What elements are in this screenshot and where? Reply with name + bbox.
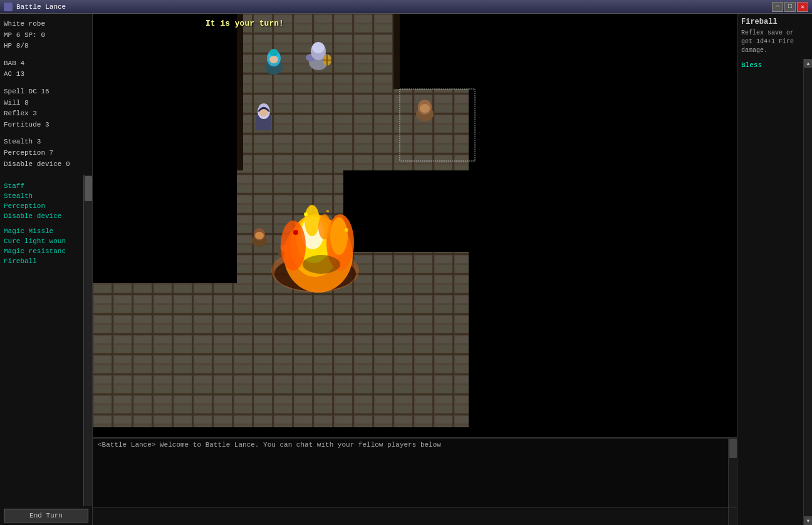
action-scrollbar[interactable] [83,175,92,506]
chat-log: <Battle Lance> Welcome to Battle Lance. … [93,439,737,507]
svg-point-52 [318,214,331,239]
svg-rect-14 [393,14,400,89]
spell-scroll-down-button[interactable]: ▼ [804,516,812,525]
action-list-section: Staff Stealth Perception Disable device … [0,175,92,506]
spell-magic-resistance[interactable]: Magic resistanc [0,246,92,256]
chat-scroll-thumb [729,439,737,458]
char-fortitude: Fortitude 3 [4,120,88,131]
action-scroll-thumb [85,176,92,201]
char-reflex: Reflex 3 [4,108,88,120]
character-stats: White robe MP 6 SP: 0 HP 8/8 BAB 4 AC 13… [0,14,92,175]
char-bab: BAB 4 [4,58,88,70]
action-stealth[interactable]: Stealth [0,191,92,201]
character-robe[interactable] [252,101,275,130]
spell-fireball[interactable]: Fireball [0,256,92,266]
action-perception[interactable]: Perception [0,201,92,211]
spell-list: Bless [737,59,812,525]
action-staff[interactable]: Staff [0,181,92,191]
spell-magic-missle[interactable]: Magic Missle [0,226,92,236]
game-viewport[interactable]: It is your turn! [93,14,737,525]
selected-spell-desc: Reflex save or get 1d4+1 Fire damage. [741,29,808,55]
svg-point-50 [281,221,306,271]
dungeon-svg [93,14,737,437]
warrior-sprite [306,40,331,71]
selected-spell-name: Fireball [741,18,808,26]
minimize-button[interactable]: ─ [772,2,783,12]
fire-svg [265,195,378,296]
svg-rect-7 [237,14,400,170]
spell-info: Fireball Reflex save or get 1d4+1 Fire d… [737,14,812,59]
chat-scrollbar[interactable] [728,439,737,507]
enemy-right-sprite [412,98,437,123]
svg-rect-12 [343,311,469,427]
character-archer[interactable] [262,48,286,76]
spell-scrollbar[interactable]: ▲ ▼ [803,59,812,525]
spell-scroll-track [804,68,812,516]
svg-point-53 [304,212,308,216]
window-title: Battle Lance [16,3,66,11]
dungeon-map[interactable]: It is your turn! [93,14,737,437]
svg-point-26 [312,42,325,53]
char-perception: Perception 7 [4,148,88,159]
end-turn-button[interactable]: End Turn [4,509,88,522]
right-panel: Fireball Reflex save or get 1d4+1 Fire d… [737,14,812,525]
chat-input-scrollbar [728,508,737,525]
char-will: Will 8 [4,98,88,109]
svg-point-41 [420,104,430,113]
main-layout: White robe MP 6 SP: 0 HP 8/8 BAB 4 AC 13… [0,14,812,525]
svg-point-57 [303,255,340,274]
svg-rect-13 [237,14,243,170]
maximize-button[interactable]: □ [784,2,796,12]
svg-point-49 [330,217,348,255]
svg-point-32 [259,109,268,117]
fire-effect [265,195,340,258]
char-stealth: Stealth 3 [4,137,88,148]
svg-point-56 [345,228,348,232]
archer-sprite [262,48,286,76]
titlebar-left: Battle Lance [4,3,66,11]
active-spell-bless[interactable]: Bless [737,60,812,70]
char-ac: AC 13 [4,69,88,80]
spell-cure-light-wounds[interactable]: Cure light woun [0,236,92,246]
position-marker [293,230,298,235]
titlebar-buttons: ─ □ ✕ [772,2,808,12]
char-mp-sp: MP 6 SP: 0 [4,30,88,41]
character-warrior[interactable] [306,40,331,71]
svg-rect-11 [93,283,343,427]
action-disable-device[interactable]: Disable device [0,211,92,221]
svg-point-55 [295,222,298,225]
left-panel: White robe MP 6 SP: 0 HP 8/8 BAB 4 AC 13… [0,14,93,525]
chat-input[interactable] [93,508,728,525]
char-spell-dc: Spell DC 16 [4,86,88,98]
svg-point-21 [269,56,278,63]
svg-point-35 [255,232,264,239]
spell-scroll-up-button[interactable]: ▲ [804,59,812,68]
app-icon [4,3,13,11]
svg-rect-15 [237,164,243,170]
close-button[interactable]: ✕ [797,2,808,12]
character-enemy-right[interactable] [412,98,437,123]
chat-input-row [93,507,737,525]
char-hp: HP 8/8 [4,41,88,52]
spell-list-section: Bless ▲ ▼ [737,59,812,525]
titlebar: Battle Lance ─ □ ✕ [0,0,812,14]
char-name: White robe [4,19,88,30]
svg-point-51 [304,205,320,236]
robe-sprite [252,101,275,130]
svg-point-20 [269,49,278,56]
chat-message: <Battle Lance> Welcome to Battle Lance. … [98,441,732,449]
svg-point-54 [326,210,329,212]
char-disable-device: Disable device 0 [4,159,88,170]
chat-panel: <Battle Lance> Welcome to Battle Lance. … [93,437,737,525]
action-list: Staff Stealth Perception Disable device … [0,175,92,506]
